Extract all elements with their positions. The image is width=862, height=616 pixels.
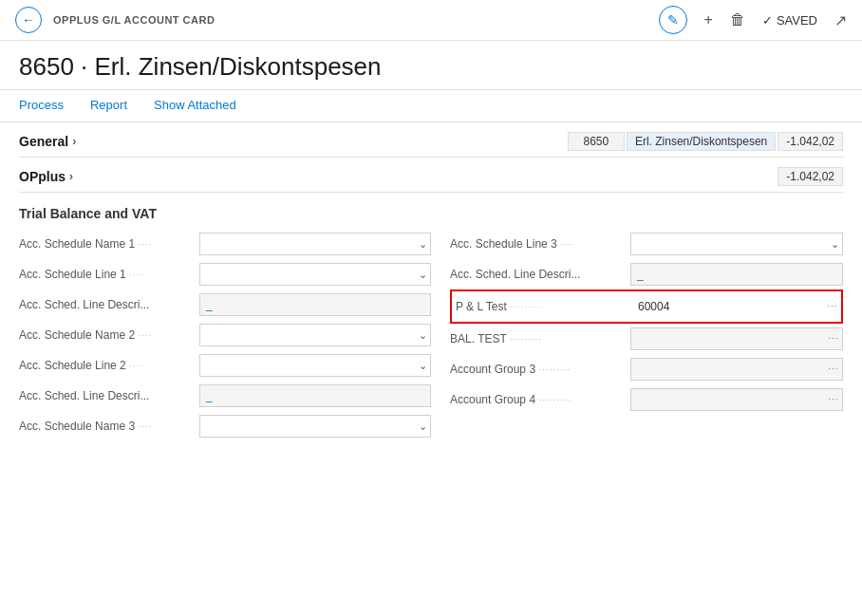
general-section-title[interactable]: General › (19, 134, 76, 149)
val-p-l-test[interactable]: 60004 ⋯ (632, 295, 841, 318)
label-acc-sched-line-descri-right: Acc. Sched. Line Descri... (450, 268, 630, 281)
input-acc-schedule-line-1: ⌄ (199, 263, 431, 286)
label-acc-schedule-line-1: Acc. Schedule Line 1 ···· (19, 268, 199, 281)
val-account-group-4[interactable]: ⋯ (630, 388, 843, 411)
input-acc-sched-line-descri-2: _ (199, 384, 431, 407)
general-badges: 8650 Erl. Zinsen/Diskontspesen -1.042,02 (568, 132, 843, 151)
label-acc-schedule-name-2: Acc. Schedule Name 2 ···· (19, 328, 199, 342)
form-row-bal-test: BAL. TEST ········· ⋯ (450, 324, 843, 354)
form-grid: Acc. Schedule Name 1 ···· ⌄ Acc. Schedul… (19, 229, 843, 441)
nav-bar: Process Report Show Attached (0, 90, 862, 122)
back-button[interactable]: ← (15, 7, 42, 33)
val-acc-sched-line-descri-right[interactable]: _ (630, 263, 843, 286)
label-acc-schedule-line-2: Acc. Schedule Line 2 ···· (19, 359, 199, 372)
label-account-group-4: Account Group 4 ········· (450, 393, 630, 406)
val-account-group-3[interactable]: ⋯ (630, 358, 843, 381)
label-acc-sched-line-descri-1: Acc. Sched. Line Descri... (19, 298, 199, 311)
general-badge-name: Erl. Zinsen/Diskontspesen (627, 132, 776, 151)
ellipsis-button-account-group-3[interactable]: ⋯ (828, 364, 838, 376)
select-acc-schedule-name-2[interactable] (199, 324, 431, 346)
saved-status: ✓ SAVED (762, 13, 817, 28)
nav-show-attached[interactable]: Show Attached (141, 90, 250, 121)
form-row-acc-sched-line-descri-1: Acc. Sched. Line Descri... _ (19, 289, 431, 320)
app-title: OPPLUS G/L ACCOUNT CARD (53, 14, 215, 26)
form-row-p-l-test: P & L Test ········· 60004 ⋯ (450, 289, 843, 324)
delete-icon: 🗑 (730, 11, 745, 28)
input-bal-test: ⋯ (630, 327, 843, 350)
content-area: General › 8650 Erl. Zinsen/Diskontspesen… (0, 122, 862, 441)
check-icon: ✓ (762, 13, 773, 28)
top-bar: ← OPPLUS G/L ACCOUNT CARD ✎ + 🗑 ✓ SAVED … (0, 0, 862, 41)
select-acc-schedule-name-3[interactable] (199, 415, 431, 438)
general-section-header: General › 8650 Erl. Zinsen/Diskontspesen… (19, 122, 843, 158)
form-row-acc-schedule-line-2: Acc. Schedule Line 2 ···· ⌄ (19, 350, 431, 381)
form-row-acc-schedule-line-1: Acc. Schedule Line 1 ···· ⌄ (19, 259, 431, 289)
opplus-badge-amount: -1.042,02 (778, 167, 843, 186)
delete-button[interactable]: 🗑 (730, 11, 745, 28)
form-row-acc-schedule-name-1: Acc. Schedule Name 1 ···· ⌄ (19, 229, 431, 259)
input-account-group-4: ⋯ (630, 388, 843, 411)
nav-report[interactable]: Report (77, 90, 141, 121)
opplus-chevron-icon: › (69, 170, 73, 183)
top-bar-icons: ✎ + 🗑 ✓ SAVED ↗ (659, 6, 847, 34)
opplus-title-text: OPplus (19, 169, 66, 184)
select-acc-schedule-line-2[interactable] (199, 354, 431, 377)
label-p-l-test: P & L Test ········· (452, 300, 632, 313)
input-acc-sched-line-descri-right: _ (630, 263, 843, 286)
label-bal-test: BAL. TEST ········· (450, 332, 630, 345)
nav-process[interactable]: Process (19, 90, 77, 121)
select-acc-schedule-name-1[interactable] (199, 233, 431, 255)
input-account-group-3: ⋯ (630, 358, 843, 381)
page-title-area: 8650 · Erl. Zinsen/Diskontspesen (0, 41, 862, 90)
ellipsis-button-p-l-test[interactable]: ⋯ (827, 301, 837, 313)
input-acc-sched-line-descri-1: _ (199, 293, 431, 316)
form-row-acc-sched-line-descri-right: Acc. Sched. Line Descri... _ (450, 259, 843, 289)
form-row-acc-schedule-name-2: Acc. Schedule Name 2 ···· ⌄ (19, 320, 431, 350)
label-acc-schedule-name-1: Acc. Schedule Name 1 ···· (19, 237, 199, 251)
saved-label-text: SAVED (777, 13, 817, 28)
label-acc-sched-line-descri-2: Acc. Sched. Line Descri... (19, 389, 199, 402)
input-acc-schedule-name-2: ⌄ (199, 324, 431, 346)
add-button[interactable]: + (704, 11, 713, 28)
input-acc-schedule-name-1: ⌄ (199, 233, 431, 255)
edit-button[interactable]: ✎ (659, 6, 687, 34)
general-badge-amount: -1.042,02 (778, 132, 843, 151)
expand-button[interactable]: ↗ (834, 11, 847, 29)
opplus-section-title[interactable]: OPplus › (19, 169, 73, 184)
select-acc-schedule-line-1[interactable] (199, 263, 431, 286)
label-acc-schedule-name-3: Acc. Schedule Name 3 ···· (19, 420, 199, 433)
back-icon: ← (22, 12, 35, 28)
general-title-text: General (19, 134, 68, 149)
val-acc-sched-line-descri-1[interactable]: _ (199, 293, 431, 316)
edit-icon: ✎ (667, 12, 679, 28)
general-chevron-icon: › (72, 135, 76, 148)
add-icon: + (704, 11, 713, 28)
general-badge-number: 8650 (568, 132, 625, 151)
input-acc-schedule-line-2: ⌄ (199, 354, 431, 377)
form-row-acc-schedule-name-3: Acc. Schedule Name 3 ···· ⌄ (19, 411, 431, 441)
input-p-l-test: 60004 ⋯ (632, 295, 841, 318)
opplus-section-header: OPplus › -1.042,02 (19, 158, 843, 193)
expand-icon: ↗ (834, 12, 847, 28)
ellipsis-button-bal-test[interactable]: ⋯ (828, 333, 838, 345)
page-title: 8650 · Erl. Zinsen/Diskontspesen (19, 52, 843, 82)
form-right-column: Acc. Schedule Line 3 ···· ⌄ Acc. Sched. … (431, 229, 843, 441)
input-acc-schedule-name-3: ⌄ (199, 415, 431, 438)
val-acc-sched-line-descri-2[interactable]: _ (199, 384, 431, 407)
input-acc-schedule-line-3: ⌄ (630, 233, 843, 255)
label-account-group-3: Account Group 3 ········· (450, 363, 630, 376)
trial-balance-title: Trial Balance and VAT (19, 193, 843, 229)
form-row-account-group-4: Account Group 4 ········· ⋯ (450, 384, 843, 415)
form-row-acc-schedule-line-3: Acc. Schedule Line 3 ···· ⌄ (450, 229, 843, 259)
ellipsis-button-account-group-4[interactable]: ⋯ (828, 394, 838, 406)
val-bal-test[interactable]: ⋯ (630, 327, 843, 350)
select-acc-schedule-line-3[interactable] (630, 233, 843, 255)
form-left-column: Acc. Schedule Name 1 ···· ⌄ Acc. Schedul… (19, 229, 431, 441)
form-row-account-group-3: Account Group 3 ········· ⋯ (450, 354, 843, 384)
form-row-acc-sched-line-descri-2: Acc. Sched. Line Descri... _ (19, 381, 431, 411)
label-acc-schedule-line-3: Acc. Schedule Line 3 ···· (450, 237, 630, 251)
